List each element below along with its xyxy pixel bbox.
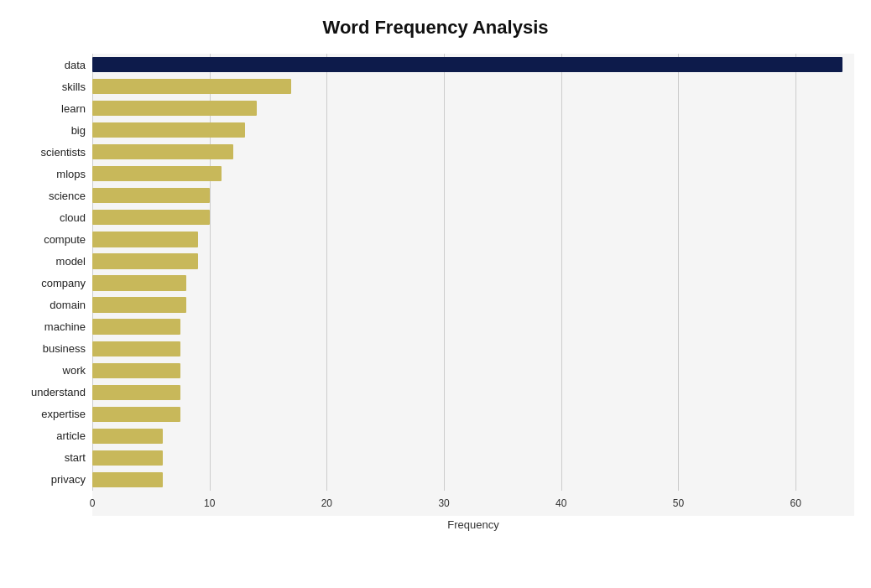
x-tick-label: 60: [790, 497, 801, 509]
bar-row: [92, 206, 854, 228]
bar-row: [92, 141, 854, 163]
y-label: domain: [50, 294, 86, 316]
chart-title: Word Frequency Analysis: [17, 17, 854, 39]
bar: [92, 188, 210, 203]
y-label: privacy: [51, 469, 86, 491]
y-label: cloud: [60, 206, 86, 228]
y-label: skills: [62, 75, 86, 97]
bar: [92, 101, 257, 116]
y-label: work: [63, 360, 86, 382]
bar-row: [92, 119, 854, 141]
bar: [92, 341, 180, 356]
bar-row: [92, 469, 854, 491]
bar-row: [92, 294, 854, 316]
bar-row: [92, 447, 854, 469]
y-axis: dataskillslearnbigscientistsmlopsscience…: [17, 54, 92, 516]
x-tick-label: 30: [438, 497, 449, 509]
bar: [92, 232, 198, 247]
y-label: start: [65, 447, 86, 469]
x-tick-label: 0: [90, 497, 96, 509]
y-label: data: [65, 54, 86, 75]
plot-area: Frequency 0102030405060: [92, 54, 854, 516]
bar-row: [92, 75, 854, 97]
y-label: learn: [61, 97, 86, 119]
bar: [92, 275, 186, 290]
x-tick-label: 20: [321, 497, 332, 509]
x-axis-label: Frequency: [92, 518, 854, 531]
x-tick-label: 40: [555, 497, 566, 509]
bar: [92, 144, 233, 159]
bar: [92, 429, 163, 444]
bar: [92, 319, 180, 334]
y-label: machine: [44, 316, 86, 338]
bar-row: [92, 382, 854, 403]
y-label: compute: [44, 228, 86, 250]
x-tick-label: 10: [204, 497, 215, 509]
bar: [92, 79, 291, 94]
y-label: understand: [31, 382, 86, 403]
bar: [92, 57, 842, 72]
y-label: model: [56, 250, 86, 272]
bar-row: [92, 338, 854, 360]
x-axis: Frequency 0102030405060: [92, 491, 854, 516]
bar-row: [92, 272, 854, 294]
bar: [92, 363, 180, 378]
chart-area: dataskillslearnbigscientistsmlopsscience…: [17, 54, 854, 516]
bar-row: [92, 185, 854, 206]
bar-row: [92, 228, 854, 250]
y-label: mlops: [56, 163, 86, 185]
bar-row: [92, 97, 854, 119]
chart-container: Word Frequency Analysis dataskillslearnb…: [0, 0, 871, 588]
bar-row: [92, 163, 854, 185]
bar: [92, 450, 163, 466]
y-label: science: [49, 185, 86, 206]
bar: [92, 472, 163, 487]
y-label: company: [41, 272, 86, 294]
y-label: article: [56, 425, 86, 447]
y-label: business: [43, 338, 86, 360]
bar: [92, 210, 210, 225]
bar: [92, 166, 222, 181]
bar: [92, 122, 245, 138]
bar-row: [92, 250, 854, 272]
bar-row: [92, 403, 854, 425]
bar: [92, 297, 186, 312]
bars-wrapper: Frequency 0102030405060: [92, 54, 854, 516]
bar: [92, 407, 180, 422]
x-tick-label: 50: [673, 497, 684, 509]
bar-row: [92, 316, 854, 338]
bar: [92, 253, 198, 268]
bar-row: [92, 425, 854, 447]
y-label: big: [71, 119, 86, 141]
y-label: expertise: [41, 403, 86, 425]
bar-row: [92, 360, 854, 382]
y-label: scientists: [41, 141, 86, 163]
bar: [92, 385, 180, 400]
bar-row: [92, 54, 854, 75]
